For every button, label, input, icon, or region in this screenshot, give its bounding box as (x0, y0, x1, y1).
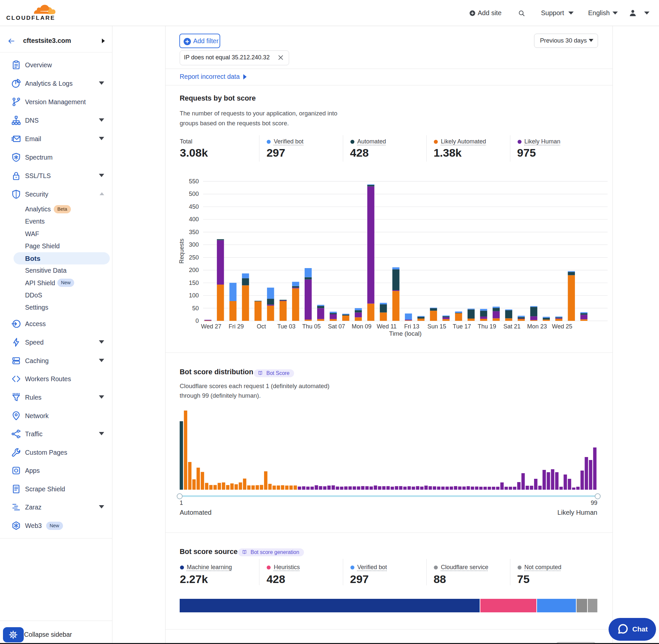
svg-text:Requests: Requests (178, 238, 185, 263)
svg-text:Tue 17: Tue 17 (453, 323, 471, 330)
svg-text:Time (local): Time (local) (389, 330, 422, 337)
svg-text:300: 300 (189, 242, 199, 248)
svg-text:Thu 05: Thu 05 (302, 323, 321, 330)
svg-text:Fri 13: Fri 13 (404, 323, 419, 330)
svg-text:Sun 15: Sun 15 (427, 323, 446, 330)
svg-text:400: 400 (189, 216, 199, 223)
svg-text:550: 550 (189, 178, 199, 185)
svg-text:Thu 19: Thu 19 (478, 323, 496, 330)
svg-text:200: 200 (189, 267, 199, 273)
svg-text:0: 0 (195, 318, 199, 324)
svg-text:50: 50 (192, 305, 199, 312)
svg-text:Wed 11: Wed 11 (377, 323, 397, 330)
svg-text:150: 150 (189, 280, 199, 286)
svg-text:250: 250 (189, 254, 199, 261)
svg-text:350: 350 (189, 229, 199, 235)
svg-text:Sat 07: Sat 07 (328, 323, 345, 330)
svg-text:450: 450 (189, 204, 199, 210)
svg-text:Oct: Oct (257, 323, 266, 330)
svg-text:100: 100 (189, 292, 199, 299)
svg-text:Fri 29: Fri 29 (229, 323, 244, 330)
svg-text:Wed 25: Wed 25 (552, 323, 572, 330)
svg-text:Tue 03: Tue 03 (277, 323, 296, 330)
svg-text:Mon 09: Mon 09 (352, 323, 372, 330)
svg-text:Wed 27: Wed 27 (201, 323, 221, 330)
svg-text:Sat 21: Sat 21 (503, 323, 521, 330)
svg-text:500: 500 (189, 190, 199, 197)
svg-text:CLOUDFLARE: CLOUDFLARE (6, 15, 55, 21)
svg-text:Mon 23: Mon 23 (527, 323, 547, 330)
